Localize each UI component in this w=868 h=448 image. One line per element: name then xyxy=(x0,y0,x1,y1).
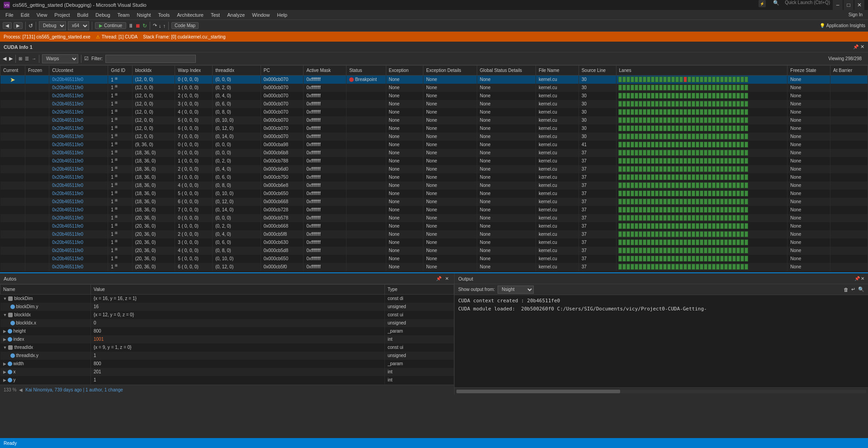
list-item[interactable]: blockIdx.x0unsigned xyxy=(0,319,454,327)
table-row[interactable]: 0x20b46511fe01 ⊞(12, 0, 0)1 ( 0, 0, 0)(0… xyxy=(0,84,868,92)
cell-cucontext[interactable]: 0x20b46511fe0 xyxy=(49,198,108,206)
list-item[interactable]: ▼blockDim{x = 16, y = 16, z = 1}const di xyxy=(0,295,454,303)
menu-build[interactable]: Build xyxy=(74,11,92,19)
autos-close-button[interactable]: ✕ xyxy=(443,275,451,282)
step-over-button[interactable]: ↷ xyxy=(153,23,157,29)
table-row[interactable]: 0x20b46511fe01 ⊞(18, 36, 0)3 ( 0, 0, 0)(… xyxy=(0,173,868,181)
cell-cucontext[interactable]: 0x20b46511fe0 xyxy=(49,124,108,133)
cell-cucontext[interactable]: 0x20b46511fe0 xyxy=(49,263,108,271)
cell-cucontext[interactable]: 0x20b46511fe0 xyxy=(49,76,108,84)
list-item[interactable]: ▶x201int xyxy=(0,368,454,376)
next-button[interactable]: ▶ xyxy=(9,56,13,62)
table-row[interactable]: 0x20b46511fe01 ⊞(20, 36, 0)3 ( 0, 0, 0)(… xyxy=(0,238,868,247)
list-item[interactable]: ▶width800_param xyxy=(0,360,454,368)
output-word-wrap-button[interactable]: ↵ xyxy=(851,286,855,292)
autos-pin-button[interactable]: 📌 xyxy=(435,275,442,282)
menu-edit[interactable]: Edit xyxy=(17,11,33,19)
cell-cucontext[interactable]: 0x20b46511fe0 xyxy=(49,181,108,190)
cell-cucontext[interactable]: 0x20b46511fe0 xyxy=(49,84,108,92)
code-map-button[interactable]: Code Map xyxy=(171,22,199,29)
table-row[interactable]: ➤0x20b46511fe01 ⊞(12, 0, 0)0 ( 0, 0, 0)(… xyxy=(0,76,868,84)
output-close-button[interactable]: ✕ xyxy=(861,276,864,281)
table-row[interactable]: 0x20b46511fe01 ⊞(20, 36, 0)5 ( 0, 0, 0)(… xyxy=(0,255,868,263)
menu-nsight[interactable]: Nsight xyxy=(133,11,154,19)
table-row[interactable]: 0x20b46511fe01 ⊞(12, 0, 0)2 ( 0, 0, 0)(0… xyxy=(0,92,868,100)
cell-cucontext[interactable]: 0x20b46511fe0 xyxy=(49,141,108,149)
menu-window[interactable]: Window xyxy=(248,11,273,19)
arch-select[interactable]: x64 xyxy=(68,21,89,30)
warp-table-container[interactable]: Current Frozen CUcontext Grid ID blockId… xyxy=(0,65,868,272)
continue-button[interactable]: ▶ Continue xyxy=(95,22,126,29)
debug-config-select[interactable]: Debug xyxy=(39,21,66,30)
sign-in-label[interactable]: Sign In xyxy=(845,12,866,17)
menu-tools[interactable]: Tools xyxy=(155,11,174,19)
menu-analyze[interactable]: Analyze xyxy=(223,11,248,19)
list-item[interactable]: ▼threadIdx{x = 9, y = 1, z = 0}const ui xyxy=(0,343,454,352)
cell-cucontext[interactable]: 0x20b46511fe0 xyxy=(49,92,108,100)
output-clear-button[interactable]: 🗑 xyxy=(844,287,849,292)
cell-cucontext[interactable]: 0x20b46511fe0 xyxy=(49,190,108,198)
table-row[interactable]: 0x20b46511fe01 ⊞(20, 36, 0)6 ( 0, 0, 0)(… xyxy=(0,263,868,271)
cell-cucontext[interactable]: 0x20b46511fe0 xyxy=(49,214,108,222)
step-into-button[interactable]: ↓ xyxy=(159,23,161,29)
cell-cucontext[interactable]: 0x20b46511fe0 xyxy=(49,149,108,157)
minimize-button[interactable]: – xyxy=(833,0,843,10)
cell-cucontext[interactable]: 0x20b46511fe0 xyxy=(49,206,108,214)
table-row[interactable]: 0x20b46511fe01 ⊞(12, 0, 0)3 ( 0, 0, 0)(0… xyxy=(0,100,868,108)
back-button[interactable]: ◀ xyxy=(3,22,12,29)
warps-selector[interactable]: Warps xyxy=(42,54,78,63)
table-row[interactable]: 0x20b46511fe01 ⊞(18, 36, 0)6 ( 0, 0, 0)(… xyxy=(0,198,868,206)
menu-help[interactable]: Help xyxy=(273,11,291,19)
forward-button[interactable]: ▶ xyxy=(14,22,23,29)
output-source-select[interactable]: Nsight xyxy=(498,286,534,294)
table-row[interactable]: 0x20b46511fe01 ⊞(18, 36, 0)5 ( 0, 0, 0)(… xyxy=(0,190,868,198)
maximize-button[interactable]: □ xyxy=(844,0,854,10)
search-icon[interactable]: 🔍 xyxy=(770,0,782,10)
cell-cucontext[interactable]: 0x20b46511fe0 xyxy=(49,157,108,165)
list-item[interactable]: threadIdx.y1unsigned xyxy=(0,352,454,360)
autos-table-container[interactable]: Name Value Type ▼blockDim{x = 16, y = 16… xyxy=(0,284,454,385)
stop-button[interactable]: ⏹ xyxy=(135,23,141,29)
table-row[interactable]: 0x20b46511fe01 ⊞(18, 36, 0)4 ( 0, 0, 0)(… xyxy=(0,181,868,190)
pause-button[interactable]: ⏸ xyxy=(128,23,133,29)
list-item[interactable]: ▼blockIdx{x = 12, y = 0, z = 0}const ui xyxy=(0,311,454,319)
menu-team[interactable]: Team xyxy=(114,11,133,19)
cell-cucontext[interactable]: 0x20b46511fe0 xyxy=(49,255,108,263)
menu-test[interactable]: Test xyxy=(207,11,223,19)
table-row[interactable]: 0x20b46511fe01 ⊞(12, 0, 0)5 ( 0, 0, 0)(0… xyxy=(0,116,868,124)
menu-view[interactable]: View xyxy=(33,11,51,19)
cell-cucontext[interactable]: 0x20b46511fe0 xyxy=(49,238,108,247)
list-item[interactable]: ▶y1int xyxy=(0,376,454,384)
list-item[interactable]: blockDim.y16unsigned xyxy=(0,303,454,311)
cuda-close-button[interactable]: ✕ xyxy=(860,44,864,50)
view1-button[interactable]: ⊞ xyxy=(19,56,22,61)
step-out-button[interactable]: ↑ xyxy=(163,23,166,29)
cuda-pin-button[interactable]: 📌 xyxy=(853,44,859,50)
app-insights-button[interactable]: 💡 Application Insights xyxy=(820,23,865,28)
cell-cucontext[interactable]: 0x20b46511fe0 xyxy=(49,100,108,108)
restart-button[interactable]: ↻ xyxy=(142,23,147,29)
prev-button[interactable]: ◀ xyxy=(3,56,6,62)
menu-architecture[interactable]: Architecture xyxy=(173,11,207,19)
table-row[interactable]: 0x20b46511fe01 ⊞(18, 36, 0)1 ( 0, 0, 0)(… xyxy=(0,157,868,165)
table-row[interactable]: 0x20b46511fe01 ⊞(20, 36, 0)1 ( 0, 0, 0)(… xyxy=(0,222,868,230)
filter-checkbox[interactable]: ☑ xyxy=(84,56,89,62)
table-row[interactable]: 0x20b46511fe01 ⊞(18, 36, 0)2 ( 0, 0, 0)(… xyxy=(0,165,868,173)
table-row[interactable]: 0x20b46511fe01 ⊞(12, 0, 0)7 ( 0, 0, 0)(0… xyxy=(0,133,868,141)
menu-file[interactable]: File xyxy=(2,11,17,19)
cell-cucontext[interactable]: 0x20b46511fe0 xyxy=(49,133,108,141)
close-button[interactable]: ✕ xyxy=(854,0,864,10)
quick-launch[interactable]: Quick Launch (Ctrl+Q) xyxy=(783,0,832,10)
cell-cucontext[interactable]: 0x20b46511fe0 xyxy=(49,222,108,230)
table-row[interactable]: 0x20b46511fe01 ⊞(20, 36, 0)4 ( 0, 0, 0)(… xyxy=(0,247,868,255)
filter-input[interactable] xyxy=(105,55,196,63)
table-row[interactable]: 0x20b46511fe01 ⊞(12, 0, 0)6 ( 0, 0, 0)(0… xyxy=(0,124,868,133)
cell-cucontext[interactable]: 0x20b46511fe0 xyxy=(49,247,108,255)
git-author-link[interactable]: Kai Ninomiya, 739 days ago | 1 author, 1… xyxy=(25,387,123,392)
table-row[interactable]: 0x20b46511fe01 ⊞(12, 0, 0)4 ( 0, 0, 0)(0… xyxy=(0,108,868,116)
table-row[interactable]: 0x20b46511fe01 ⊞(20, 36, 0)0 ( 0, 0, 0)(… xyxy=(0,214,868,222)
menu-project[interactable]: Project xyxy=(51,11,73,19)
output-pin-button[interactable]: 📌 xyxy=(854,276,860,281)
view3-button[interactable]: → xyxy=(32,56,36,61)
list-item[interactable]: ▶index1001int xyxy=(0,335,454,343)
